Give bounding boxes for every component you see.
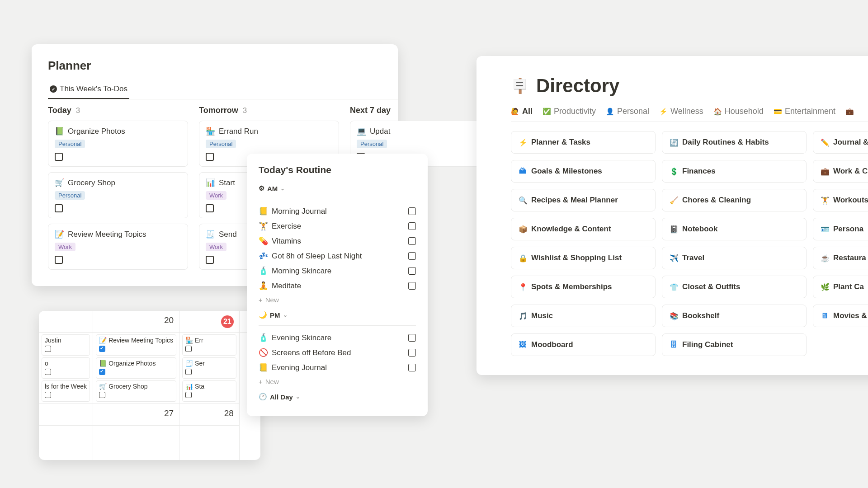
- task-card[interactable]: 📗Organize PhotosPersonal: [48, 121, 188, 167]
- directory-tab[interactable]: 💼: [845, 107, 857, 116]
- routine-new-button[interactable]: +New: [259, 375, 416, 390]
- task-checkbox[interactable]: [206, 256, 214, 264]
- calendar-day-today[interactable]: 21: [179, 311, 239, 333]
- item-icon: 📚: [670, 312, 678, 320]
- calendar-event[interactable]: o: [42, 357, 90, 379]
- routine-checkbox[interactable]: [408, 252, 416, 260]
- directory-item[interactable]: ⚡Planner & Tasks: [511, 131, 656, 154]
- directory-tab[interactable]: 💳Entertainment: [774, 107, 835, 116]
- calendar-day-cell[interactable]: 27: [93, 404, 179, 426]
- event-title-text: Sta: [195, 383, 204, 390]
- task-checkbox[interactable]: [206, 153, 214, 161]
- routine-checkbox[interactable]: [408, 237, 416, 245]
- tab-icon: 👤: [606, 108, 614, 116]
- routine-checkbox[interactable]: [408, 222, 416, 230]
- routine-section-header[interactable]: 🌙PM⌄: [259, 308, 416, 324]
- calendar-day-cell[interactable]: 20: [93, 311, 179, 333]
- event-checkbox[interactable]: [99, 346, 105, 352]
- item-label: Notebook: [682, 225, 717, 234]
- event-checkbox[interactable]: [185, 369, 192, 375]
- event-title: 📝Review Meeting Topics: [99, 337, 173, 344]
- directory-item[interactable]: 📓Notebook: [662, 218, 807, 240]
- group-header[interactable]: Today3: [48, 106, 188, 115]
- calendar-event[interactable]: 🏪Err: [182, 334, 236, 356]
- task-emoji-icon: 💻: [357, 127, 366, 136]
- event-checkbox[interactable]: [185, 392, 192, 398]
- calendar-event[interactable]: 📝Review Meeting Topics: [96, 334, 176, 356]
- routine-item-label: Vitamins: [272, 237, 301, 246]
- directory-item[interactable]: 💼Work & C: [813, 160, 868, 183]
- directory-item[interactable]: 🧹Chores & Cleaning: [662, 189, 807, 211]
- directory-item[interactable]: 🖥Movies &: [813, 305, 868, 327]
- task-checkbox[interactable]: [55, 153, 63, 161]
- directory-item[interactable]: 🏋️Workouts: [813, 189, 868, 211]
- task-checkbox[interactable]: [55, 204, 63, 212]
- event-checkbox[interactable]: [45, 369, 51, 375]
- group-header[interactable]: Next 7 day: [350, 106, 490, 115]
- routine-item[interactable]: 🧴Morning Skincare: [259, 263, 416, 278]
- event-checkbox[interactable]: [99, 369, 105, 375]
- event-checkbox[interactable]: [45, 392, 51, 398]
- routine-item[interactable]: 💊Vitamins: [259, 234, 416, 249]
- directory-item[interactable]: 📦Knowledge & Content: [511, 218, 656, 240]
- event-checkbox[interactable]: [185, 346, 192, 352]
- calendar-event[interactable]: 🧾Ser: [182, 357, 236, 379]
- directory-item[interactable]: 🏔Goals & Milestones: [511, 160, 656, 183]
- task-checkbox[interactable]: [55, 256, 63, 264]
- calendar-event[interactable]: 🛒Grocery Shop: [96, 380, 176, 402]
- event-checkbox[interactable]: [45, 346, 51, 352]
- routine-new-button[interactable]: +New: [259, 293, 416, 308]
- routine-checkbox[interactable]: [408, 282, 416, 290]
- event-checkbox[interactable]: [99, 392, 105, 398]
- directory-item[interactable]: 🔍Recipes & Meal Planner: [511, 189, 656, 211]
- routine-checkbox[interactable]: [408, 349, 416, 357]
- directory-item[interactable]: 👕Closet & Outfits: [662, 276, 807, 298]
- task-tag: Personal: [206, 140, 236, 148]
- calendar-event[interactable]: 📊Sta: [182, 380, 236, 402]
- routine-item[interactable]: 🧴Evening Skincare: [259, 330, 416, 345]
- directory-item[interactable]: 🔒Wishlist & Shopping List: [511, 247, 656, 269]
- task-card[interactable]: 🛒Grocery ShopPersonal: [48, 172, 188, 218]
- calendar-event[interactable]: 📗Organize Photos: [96, 357, 176, 379]
- routine-checkbox[interactable]: [408, 334, 416, 342]
- routine-checkbox[interactable]: [408, 267, 416, 275]
- directory-item[interactable]: ✏️Journal &: [813, 131, 868, 154]
- calendar-event[interactable]: Justin: [42, 334, 90, 356]
- group-count: 3: [243, 106, 247, 115]
- task-checkbox[interactable]: [206, 204, 214, 212]
- directory-item[interactable]: ✈️Travel: [662, 247, 807, 269]
- directory-item[interactable]: 💲Finances: [662, 160, 807, 183]
- planner-tab-this-week[interactable]: This Week's To-Dos: [48, 81, 129, 99]
- routine-item[interactable]: 📒Morning Journal: [259, 204, 416, 219]
- routine-item[interactable]: 💤Got 8h of Sleep Last Night: [259, 249, 416, 263]
- directory-tab[interactable]: ✅Productivity: [542, 107, 596, 116]
- directory-item[interactable]: 📍Spots & Memberships: [511, 276, 656, 298]
- routine-section-header[interactable]: 🕐All Day⌄: [259, 390, 416, 405]
- directory-tab[interactable]: 🏠Household: [713, 107, 764, 116]
- directory-item[interactable]: 📚Bookshelf: [662, 305, 807, 327]
- directory-item[interactable]: 🎵Music: [511, 305, 656, 327]
- directory-item[interactable]: 🌿Plant Ca: [813, 276, 868, 298]
- routine-item[interactable]: 🚫Screens off Before Bed: [259, 345, 416, 360]
- calendar-day-cell[interactable]: 28: [179, 404, 239, 426]
- directory-tab[interactable]: ⚡Wellness: [659, 107, 703, 116]
- calendar-event[interactable]: ls for the Week: [42, 380, 90, 402]
- item-label: Spots & Memberships: [531, 282, 612, 291]
- routine-item[interactable]: 🧘Meditate: [259, 278, 416, 293]
- directory-item[interactable]: 🔄Daily Routines & Habits: [662, 131, 807, 154]
- task-card[interactable]: 📝Review Meeting TopicsWork: [48, 224, 188, 270]
- chevron-down-icon: ⌄: [296, 394, 300, 400]
- routine-item[interactable]: 📒Evening Journal: [259, 360, 416, 375]
- routine-checkbox[interactable]: [408, 364, 416, 371]
- directory-tab[interactable]: 🙋All: [511, 107, 533, 116]
- routine-section-header[interactable]: ⚙AM⌄: [259, 182, 416, 197]
- directory-item[interactable]: 🖼Moodboard: [511, 333, 656, 356]
- routine-item-left: 🏋️Exercise: [259, 221, 301, 231]
- directory-item[interactable]: 🗄Filing Cabinet: [662, 333, 807, 356]
- directory-tab[interactable]: 👤Personal: [606, 107, 649, 116]
- directory-item[interactable]: ☕Restaura: [813, 247, 868, 269]
- routine-checkbox[interactable]: [408, 207, 416, 215]
- routine-item[interactable]: 🏋️Exercise: [259, 219, 416, 234]
- directory-item[interactable]: 🪪Persona: [813, 218, 868, 240]
- group-header[interactable]: Tomorrow3: [199, 106, 339, 115]
